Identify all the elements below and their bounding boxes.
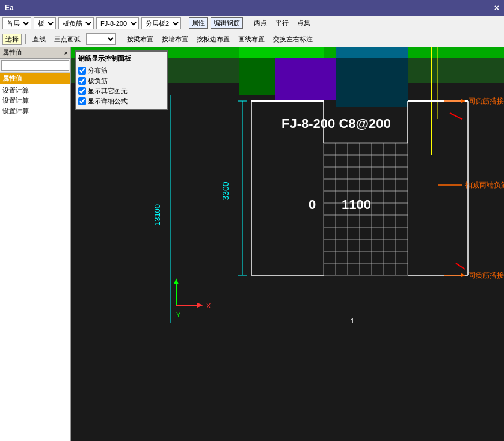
cb-other-elements[interactable]	[78, 87, 86, 95]
two-point-button[interactable]: 两点	[251, 17, 270, 29]
prop-section: 属性值 设置计算 设置计算 设置计算	[0, 73, 70, 441]
checkbox-row-4: 显示详细公式	[78, 96, 164, 106]
search-row	[0, 59, 70, 73]
property-button[interactable]: 属性	[189, 17, 208, 29]
point-button[interactable]: 点集	[294, 17, 313, 29]
cb-neg-rebar-label: 板负筋	[88, 76, 108, 85]
title-text: Ea	[5, 4, 14, 12]
prop-items: 设置计算 设置计算 设置计算	[1, 85, 69, 116]
checkbox-row-1: 分布筋	[78, 65, 164, 76]
cb-distribute[interactable]	[78, 67, 86, 75]
svg-text:1100: 1100	[342, 197, 371, 212]
draw-layout-button[interactable]: 画线布置	[235, 34, 268, 45]
size-select[interactable]: FJ-8-200	[96, 17, 139, 29]
svg-text:Y: Y	[176, 311, 181, 318]
beam-layout-button[interactable]: 按梁布置	[124, 34, 156, 45]
svg-text:同负筋搭接150: 同负筋搭接150	[468, 271, 504, 279]
search-input[interactable]	[1, 60, 69, 71]
sep2	[247, 18, 247, 29]
svg-text:X: X	[206, 302, 211, 309]
cb-other-elements-label: 显示其它图元	[88, 87, 128, 96]
svg-text:扣减两端负筋的净长: 扣减两端负筋的净长	[464, 181, 504, 189]
svg-text:3300: 3300	[221, 181, 230, 200]
floor-select[interactable]: 分层板2	[141, 17, 181, 29]
svg-text:FJ-8-200  C8@200: FJ-8-200 C8@200	[281, 116, 391, 131]
cb-detail-formula[interactable]	[78, 97, 86, 105]
checkbox-row-3: 显示其它图元	[78, 86, 164, 96]
shape-select[interactable]	[86, 33, 116, 45]
checkbox-row-2: 板负筋	[78, 76, 164, 86]
line-button[interactable]: 直线	[29, 34, 49, 45]
edit-rebar-button[interactable]: 编辑钢筋	[211, 17, 243, 29]
edge-layout-button[interactable]: 按板边布置	[194, 34, 233, 45]
svg-text:13100: 13100	[153, 204, 162, 226]
svg-text:0: 0	[309, 197, 316, 212]
left-panel: 属性值 × 属性值 设置计算 设置计算 设置计算	[0, 47, 71, 441]
sep3	[25, 34, 26, 44]
sep4	[120, 34, 120, 44]
select-button[interactable]: 选择	[2, 34, 22, 45]
prop-item-1[interactable]: 设置计算	[1, 85, 69, 96]
control-panel: 钢筋显示控制面板 分布筋 板负筋 显示其它图元 显示详细公式	[75, 50, 168, 110]
title-bar: Ea ×	[0, 0, 504, 16]
main-layout: 属性值 × 属性值 设置计算 设置计算 设置计算 钢筋显示控制面板 分布筋	[0, 47, 504, 441]
cb-detail-formula-label: 显示详细公式	[88, 97, 128, 106]
layer-select[interactable]: 首层	[2, 17, 31, 29]
type-select[interactable]: 板	[34, 17, 56, 29]
svg-rect-4	[239, 47, 324, 58]
svg-rect-9	[275, 58, 336, 100]
swap-button[interactable]: 交换左右标注	[270, 34, 316, 45]
rebar-select[interactable]: 板负筋	[58, 17, 94, 29]
toolbar-row2: 选择 直线 三点画弧 按梁布置 按墙布置 按板边布置 画线布置 交换左右标注	[0, 31, 504, 47]
drawing-area: 钢筋显示控制面板 分布筋 板负筋 显示其它图元 显示详细公式	[71, 47, 504, 441]
svg-text:1: 1	[351, 317, 354, 324]
prop-content: 设置计算 设置计算 设置计算	[0, 84, 70, 441]
arc-button[interactable]: 三点画弧	[51, 34, 84, 45]
prop-item-2[interactable]: 设置计算	[1, 96, 69, 106]
prop-item-3[interactable]: 设置计算	[1, 106, 69, 116]
panel-title-text: 属性值	[2, 48, 22, 57]
parallel-button[interactable]: 平行	[272, 17, 292, 29]
prop-title: 属性值	[0, 73, 70, 84]
close-button[interactable]: ×	[494, 3, 499, 13]
panel-close[interactable]: ×	[64, 49, 68, 56]
svg-rect-6	[336, 47, 408, 58]
cb-distribute-label: 分布筋	[88, 66, 108, 75]
cb-neg-rebar[interactable]	[78, 77, 86, 85]
sep1	[185, 18, 185, 29]
svg-text:同负筋搭接150: 同负筋搭接150	[468, 97, 504, 105]
wall-layout-button[interactable]: 按墙布置	[159, 34, 191, 45]
left-panel-title: 属性值 ×	[0, 47, 70, 59]
control-panel-title: 钢筋显示控制面板	[78, 54, 164, 63]
toolbar-row1: 首层 板 板负筋 FJ-8-200 分层板2 属性 编辑钢筋 两点 平行 点集	[0, 16, 504, 31]
